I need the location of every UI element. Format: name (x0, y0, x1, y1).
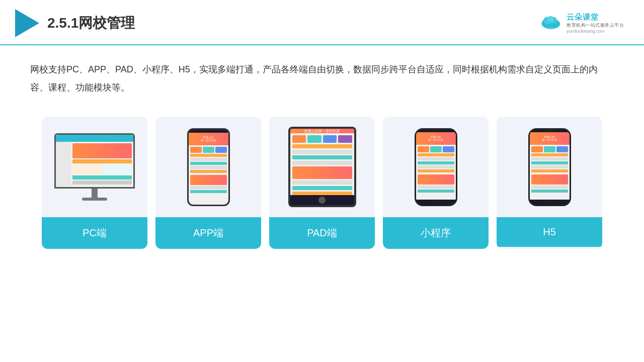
card-h5-image: 职透人的第一堂升职课 (497, 117, 602, 217)
svg-point-6 (547, 16, 554, 22)
card-pad-label: PAD端 (269, 217, 375, 249)
logo-text: 云朵课堂 教育机构一站式服务云平台 yunduoketang.com (567, 13, 624, 34)
logo-sub: 教育机构一站式服务云平台 (567, 22, 624, 29)
desc-paragraph: 网校支持PC、APP、PAD、小程序、H5，实现多端打通，产品各终端自由切换，数… (30, 60, 614, 97)
header: 2.5.1网校管理 云朵课堂 教育机构一站式服务云平台 yunduoketang… (0, 0, 644, 45)
card-miniapp-label: 小程序 (383, 217, 489, 249)
card-miniapp-image: 职透人的第一堂升职课 (383, 117, 489, 217)
logo-domain: yunduoketang.com (567, 29, 605, 34)
header-left: 2.5.1网校管理 (15, 9, 135, 37)
cards-container: PC端 职透人的第一堂升职课 (0, 102, 644, 264)
card-app: 职透人的第一堂升职课 (155, 117, 261, 249)
card-h5-label: H5 (497, 217, 602, 247)
h5-phone-icon: 职透人的第一堂升职课 (528, 128, 571, 206)
card-pad: 职透人的第一堂升职课 (269, 117, 375, 249)
card-pc-image (42, 117, 147, 217)
card-h5: 职透人的第一堂升职课 (497, 117, 602, 249)
tablet-icon: 职透人的第一堂升职课 (288, 127, 356, 207)
card-pad-image: 职透人的第一堂升职课 (269, 117, 375, 217)
card-pc-label: PC端 (42, 217, 147, 249)
logo-triangle-icon (15, 9, 39, 37)
card-pc: PC端 (42, 117, 147, 249)
card-app-image: 职透人的第一堂升职课 (155, 117, 261, 217)
card-app-label: APP端 (155, 217, 261, 249)
miniapp-phone-icon: 职透人的第一堂升职课 (415, 128, 457, 206)
page-title: 2.5.1网校管理 (47, 14, 135, 33)
description-text: 网校支持PC、APP、PAD、小程序、H5，实现多端打通，产品各终端自由切换，数… (0, 45, 644, 102)
phone-icon: 职透人的第一堂升职课 (187, 128, 230, 206)
card-miniapp: 职透人的第一堂升职课 (383, 117, 489, 249)
logo-main: 云朵课堂 (567, 13, 599, 22)
header-right: 云朵课堂 教育机构一站式服务云平台 yunduoketang.com (538, 13, 624, 34)
cloud-icon (538, 14, 564, 32)
brand-logo: 云朵课堂 教育机构一站式服务云平台 yunduoketang.com (538, 13, 624, 34)
pc-monitor-icon (54, 133, 135, 201)
